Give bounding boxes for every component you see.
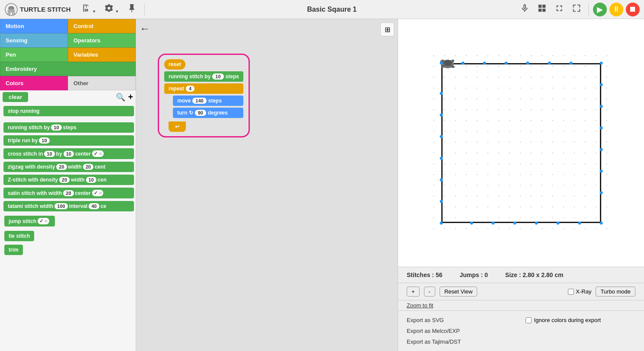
settings-button[interactable]: ▾ [102, 2, 121, 17]
stitches-stat: Stitches : 56 [407, 271, 442, 278]
toolbar-sep-1 [144, 3, 145, 16]
script-running-stitch-block[interactable]: running stitch by 10 steps [164, 71, 243, 82]
save-button[interactable]: ▾ [79, 2, 98, 17]
stitch-dot [440, 178, 443, 181]
svg-line-6 [13, 13, 13, 15]
microphone-button[interactable] [517, 2, 532, 17]
block-stop-running[interactable]: stop running [3, 106, 134, 116]
preview-area [398, 19, 644, 267]
stitch-dot [599, 148, 603, 151]
stitch-dot [440, 113, 443, 116]
stitch-dot [461, 61, 464, 64]
blocks-area: running stitch by 10 steps triple run by… [0, 118, 136, 351]
stitch-dot [440, 200, 443, 203]
script-repeat-block[interactable]: repeat 4 [164, 83, 243, 94]
cat-sensing[interactable]: Sensing [0, 33, 68, 48]
stitch-dot [483, 61, 486, 64]
pin-button[interactable] [124, 2, 139, 17]
stitch-dot [440, 156, 443, 160]
cat-pen[interactable]: Pen [0, 48, 68, 62]
block-running-stitch[interactable]: running stitch by 10 steps [3, 122, 134, 133]
block-jump-stitch[interactable]: jump stitch ✓ ○ [4, 216, 55, 227]
stitch-dot [440, 61, 443, 64]
svg-line-3 [8, 12, 9, 15]
block-tatami[interactable]: tatami stitch width 100 interval 40 ce [3, 201, 134, 211]
stitch-dot [526, 61, 529, 64]
cat-operators[interactable]: Operators [68, 33, 136, 48]
turtle-icon [437, 54, 459, 76]
cat-variables[interactable]: Variables [68, 48, 136, 62]
xray-checkbox[interactable] [568, 289, 574, 295]
stitch-dot [599, 61, 603, 64]
add-block-button[interactable]: + [128, 92, 133, 102]
grid-view-button[interactable]: ⊞ [380, 22, 394, 36]
export-svg-button[interactable]: Export as SVG [407, 316, 517, 324]
stitch-dot [548, 61, 551, 64]
expand-button[interactable] [552, 2, 567, 17]
export-tajima-button[interactable]: Export as Tajima/DST [407, 338, 517, 346]
ignore-colors-container: Ignore colors during export [526, 316, 636, 324]
back-arrow-button[interactable]: ← [140, 22, 150, 35]
stitch-dot [470, 221, 473, 224]
search-button[interactable]: 🔍 [116, 92, 125, 102]
script-container: reset running stitch by 10 steps repeat … [158, 54, 250, 137]
fullscreen-button[interactable] [569, 2, 584, 17]
svg-line-5 [10, 13, 10, 15]
block-controls: clear 🔍 + [0, 90, 136, 104]
stitch-dot [440, 92, 443, 95]
stitch-dot [569, 61, 572, 64]
stitches-label: Stitches : [407, 271, 434, 278]
script-move-block[interactable]: move 140 steps [173, 96, 243, 106]
size-value: 2.80 x 2.80 cm [523, 271, 563, 278]
clear-button[interactable]: clear [3, 92, 28, 102]
turbo-mode-button[interactable]: Turbo mode [596, 287, 635, 297]
block-z-stitch[interactable]: Z-stitch with density 20 width 10 cen [3, 175, 134, 185]
stitch-dot [599, 105, 603, 108]
run-button[interactable]: ▶ [593, 3, 607, 16]
block-satin[interactable]: satin stitch with width 20 center ✓ ○ [3, 188, 134, 198]
block-trim[interactable]: trim [4, 245, 23, 255]
ignore-colors-checkbox[interactable] [526, 317, 532, 323]
zoom-minus-button[interactable]: - [424, 287, 435, 297]
svg-point-2 [7, 9, 15, 13]
app-logo: TURTLE STITCH [4, 3, 71, 16]
block-zigzag[interactable]: zigzag with density 20 width 20 cent [3, 162, 134, 172]
embroidery-canvas [428, 50, 614, 236]
stitches-value: 56 [436, 271, 443, 278]
right-panel: Stitches : 56 Jumps : 0 Size : 2.80 x 2.… [398, 19, 644, 351]
left-panel: Motion Control Sensing Operators Pen Var… [0, 19, 136, 351]
pause-button[interactable]: ⏸ [609, 3, 623, 16]
reset-view-button[interactable]: Reset View [440, 287, 478, 297]
export-melco-button[interactable]: Export as Melco/EXP [407, 327, 517, 335]
logo-text: TURTLE STITCH [20, 6, 71, 13]
stitch-dot [440, 135, 443, 138]
toolbar-sep-2 [588, 3, 589, 16]
cat-colors[interactable]: Colors [0, 76, 68, 90]
logo-icon [4, 3, 18, 16]
script-repeat-close: ↩ [164, 120, 243, 132]
export-bar: Export as SVG Ignore colors during expor… [398, 310, 644, 351]
block-cross-stitch[interactable]: cross stitch in 10 by 10 center ✓ ○ [3, 148, 134, 159]
cat-other[interactable]: Other [68, 76, 136, 90]
script-reset-block[interactable]: reset [164, 59, 185, 70]
project-title: Basic Sqaure 1 [150, 6, 514, 13]
xray-text: X-Ray [576, 288, 591, 295]
stitch-dot [578, 221, 581, 224]
canvas-area: ← ⊞ reset running stitch by 10 steps rep… [136, 19, 398, 351]
stitch-dot [599, 169, 603, 172]
stitch-dot [513, 221, 516, 224]
block-tie-stitch[interactable]: tie stitch [4, 231, 34, 241]
stitch-dot [491, 221, 494, 224]
layout-button[interactable] [535, 2, 549, 17]
cat-motion[interactable]: Motion [0, 19, 68, 33]
stop-button[interactable]: ⏹ [626, 3, 640, 16]
size-stat: Size : 2.80 x 2.80 cm [505, 271, 564, 278]
cat-embroidery[interactable]: Embroidery [0, 62, 136, 76]
zoom-to-fit-button[interactable]: Zoom to fit [407, 302, 433, 309]
cat-control[interactable]: Control [68, 19, 136, 33]
canvas-toolbar: ⊞ [380, 22, 394, 36]
block-triple-run[interactable]: triple run by 10 [3, 135, 134, 146]
toolbar-right: ▶ ⏸ ⏹ [517, 2, 640, 17]
zoom-plus-button[interactable]: + [407, 287, 420, 297]
script-turn-block[interactable]: turn ↻ 90 degrees [173, 108, 243, 118]
